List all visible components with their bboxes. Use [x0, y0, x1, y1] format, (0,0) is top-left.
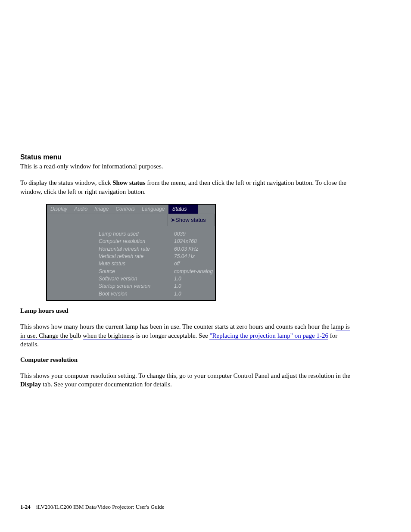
- status-values-column: 0039 1024x768 60.03 KHz 75.04 Hz off com…: [174, 230, 213, 298]
- crossref-link-replacing-lamp[interactable]: "Replacing the projection lamp" on page …: [209, 332, 328, 339]
- footer-title: iLV200/iLC200 IBM Data/Video Projector: …: [36, 504, 165, 510]
- status-body: Lamp hours used Computer resolution Hori…: [99, 230, 215, 298]
- status-value: 75.04 Hz: [174, 253, 213, 260]
- tab-language: Language: [138, 205, 168, 214]
- status-label: Lamp hours used: [99, 230, 174, 238]
- show-status-submenu: ➤Show status: [168, 214, 215, 226]
- status-value: 1.0: [174, 275, 213, 283]
- status-menu-figure: Display Audio Image Controls Language St…: [46, 204, 216, 302]
- status-value: 1024x768: [174, 238, 213, 245]
- text-fragment: This shows how many hours the current la…: [20, 323, 336, 330]
- status-value: computer-analog: [174, 268, 213, 275]
- howto-bold: Show status: [112, 179, 145, 186]
- status-label: Startup screen version: [99, 283, 174, 290]
- status-label: Computer resolution: [99, 238, 174, 245]
- menu-tabs-row: Display Audio Image Controls Language St…: [47, 205, 215, 214]
- subheading-lamp-hours: Lamp hours used: [20, 307, 351, 314]
- tab-controls: Controls: [112, 205, 138, 214]
- status-label: Source: [99, 268, 174, 275]
- status-value: off: [174, 260, 213, 268]
- status-value: 60.03 KHz: [174, 246, 213, 253]
- howto-paragraph: To display the status window, click Show…: [20, 178, 351, 196]
- tab-display: Display: [47, 205, 71, 214]
- status-value: 0039: [174, 230, 213, 238]
- text-fragment: This shows your computer resolution sett…: [20, 372, 350, 379]
- text-fragment: s is no longer acceptable. See: [132, 332, 209, 339]
- status-label: Software version: [99, 275, 174, 283]
- page-footer: 1-24 iLV200/iLC200 IBM Data/Video Projec…: [20, 504, 165, 510]
- text-fragment: ulb: [73, 332, 83, 339]
- display-bold: Display: [20, 381, 41, 388]
- section-heading-status-menu: Status menu: [20, 153, 351, 161]
- subheading-computer-resolution: Computer resolution: [20, 356, 351, 364]
- page-number: 1-24: [20, 504, 31, 510]
- tab-status: Status: [168, 205, 198, 214]
- status-value: 1.0: [174, 283, 213, 290]
- tab-audio: Audio: [71, 205, 91, 214]
- lamp-hours-paragraph: This shows how many hours the current la…: [20, 322, 351, 348]
- tab-image: Image: [91, 205, 112, 214]
- status-value: 1.0: [174, 290, 213, 298]
- computer-resolution-paragraph: This shows your computer resolution sett…: [20, 371, 351, 389]
- text-fragment: when the brightnes: [83, 332, 132, 339]
- text-fragment: tab. See your computer documentation for…: [41, 381, 172, 388]
- status-label: Horizontal refresh rate: [99, 246, 174, 253]
- status-label: Vertical refresh rate: [99, 253, 174, 260]
- status-menu-figure-container: Display Audio Image Controls Language St…: [46, 204, 351, 302]
- status-label: Boot version: [99, 290, 174, 298]
- document-page: Status menu This is a read-only window f…: [0, 0, 411, 532]
- intro-paragraph: This is a read-only window for informati…: [20, 162, 351, 171]
- howto-text-pre: To display the status window, click: [20, 179, 112, 186]
- status-label: Mute status: [99, 260, 174, 268]
- status-labels-column: Lamp hours used Computer resolution Hori…: [99, 230, 174, 298]
